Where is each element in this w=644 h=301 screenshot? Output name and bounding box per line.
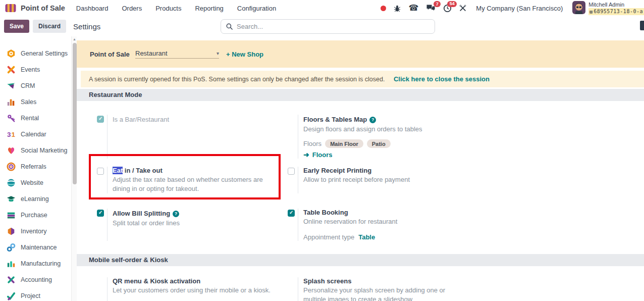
bill-splitting-checkbox[interactable] xyxy=(97,210,104,217)
gear-icon xyxy=(7,49,16,58)
appointment-type-link[interactable]: Table xyxy=(358,233,375,241)
sidebar-item-purchase[interactable]: Purchase xyxy=(0,207,77,223)
target-icon xyxy=(7,162,16,171)
calendar-icon: 31 xyxy=(7,130,16,139)
tools-icon[interactable] xyxy=(459,5,466,12)
sidebar-item-events[interactable]: Events xyxy=(0,62,77,78)
build-info: ▤68955713-18-0-a xyxy=(588,8,644,15)
table-booking-checkbox[interactable] xyxy=(288,210,295,217)
setting-qr-menu: QR menu & Kiosk activation Let your cust… xyxy=(97,277,288,301)
sidebar-item-inventory[interactable]: Inventory xyxy=(0,223,77,239)
setting-bill-splitting: Allow Bill Splitting? Split total or ord… xyxy=(97,209,288,241)
menu-products[interactable]: Products xyxy=(155,5,181,12)
shop-selector-banner: Point of Sale Restaurant ▾ + New Shop xyxy=(77,40,644,68)
splash-desc: Personalize your splash screen by adding… xyxy=(303,286,466,301)
svg-text:3: 3 xyxy=(7,131,11,138)
sidebar-item-maintenance[interactable]: Maintenance xyxy=(0,239,77,256)
scroll-up-icon[interactable]: ▲ xyxy=(72,37,77,41)
setting-early-receipt: Early Receipt Printing Allow to print re… xyxy=(288,167,478,193)
manufacturing-icon xyxy=(7,259,16,268)
sidebar-item-rental[interactable]: Rental xyxy=(0,110,77,126)
floor-tag-main-floor[interactable]: Main Floor xyxy=(325,139,363,148)
setting-is-bar-restaurant: Is a Bar/Restaurant xyxy=(97,115,288,159)
appointment-type-label: Appointment type xyxy=(303,233,354,241)
help-icon[interactable]: ? xyxy=(173,211,179,217)
voip-phone-icon[interactable]: ☎ xyxy=(408,4,418,12)
floors-map-title: Floors & Tables Map xyxy=(303,116,367,123)
floors-link[interactable]: ➜ Floors xyxy=(303,150,478,159)
close-session-link[interactable]: Click here to close the session xyxy=(394,75,490,83)
sidebar-item-project[interactable]: Project xyxy=(0,288,77,301)
heart-icon xyxy=(7,146,16,155)
graduation-cap-icon xyxy=(7,194,16,204)
early-receipt-checkbox[interactable] xyxy=(288,168,295,175)
recording-indicator-icon xyxy=(381,6,386,11)
main-menu: Dashboard Orders Products Reporting Conf… xyxy=(76,5,276,12)
check-icon xyxy=(7,291,16,300)
sidebar-item-sales[interactable]: Sales xyxy=(0,94,77,110)
sidebar-item-elearning[interactable]: eLearning xyxy=(0,191,77,207)
arrow-right-icon: ➜ xyxy=(303,150,309,159)
caret-down-icon: ▾ xyxy=(217,51,219,56)
shop-select-value: Restaurant xyxy=(135,49,168,57)
settings-content: Point of Sale Restaurant ▾ + New Shop A … xyxy=(77,36,644,301)
eat-in-desc: Adjust the tax rate based on whether cus… xyxy=(113,175,279,193)
crm-icon xyxy=(7,81,16,90)
setting-splash-screens: Splash screens Personalize your splash s… xyxy=(288,277,478,301)
floors-map-desc: Design floors and assign orders to table… xyxy=(303,125,478,134)
bill-splitting-desc: Split total or order lines xyxy=(113,219,288,228)
eat-in-checkbox[interactable] xyxy=(97,168,104,175)
sidebar-item-website[interactable]: Website xyxy=(0,175,77,191)
pos-app-icon[interactable] xyxy=(5,4,16,13)
events-icon xyxy=(7,65,16,74)
messages-icon[interactable]: 7 xyxy=(426,4,436,12)
floors-field-label: Floors xyxy=(303,140,321,147)
search-icon xyxy=(226,23,233,30)
search-bar[interactable] xyxy=(221,19,435,34)
setting-floors-tables-map: Floors & Tables Map? Design floors and a… xyxy=(288,115,478,159)
bill-splitting-title: Allow Bill Splitting xyxy=(113,210,170,217)
user-name: Mitchell Admin xyxy=(588,2,644,8)
shop-select[interactable]: Restaurant ▾ xyxy=(135,49,219,59)
early-receipt-desc: Allow to print receipt before payment xyxy=(303,175,478,184)
save-button[interactable]: Save xyxy=(4,20,29,33)
accounting-icon xyxy=(7,275,16,284)
help-icon[interactable]: ? xyxy=(369,117,376,123)
new-shop-button[interactable]: + New Shop xyxy=(226,51,263,58)
sidebar-item-accounting[interactable]: Accounting xyxy=(0,272,77,288)
table-booking-title: Table Booking xyxy=(303,209,478,216)
top-navbar: Point of Sale Dashboard Orders Products … xyxy=(0,0,644,16)
debug-bug-icon[interactable] xyxy=(394,5,401,12)
sidebar-item-social-marketing[interactable]: Social Marketing xyxy=(0,142,77,159)
floor-tag-patio[interactable]: Patio xyxy=(367,139,391,148)
scrollbar-thumb[interactable] xyxy=(73,43,77,184)
sidebar-item-crm[interactable]: CRM xyxy=(0,78,77,94)
setting-eat-in-take-out: Eat in / Take out Adjust the tax rate ba… xyxy=(97,167,288,193)
sidebar-item-manufacturing[interactable]: Manufacturing xyxy=(0,256,77,272)
selected-text: Eat xyxy=(113,167,123,174)
chain-links-icon xyxy=(7,243,16,252)
server-icon: ▤ xyxy=(589,9,593,14)
sidebar-item-calendar[interactable]: 31 Calendar xyxy=(0,126,77,142)
menu-orders[interactable]: Orders xyxy=(122,5,142,12)
sidebar-item-general-settings[interactable]: General Settings xyxy=(0,45,77,62)
activities-clock-icon[interactable]: 54 xyxy=(443,4,452,13)
early-receipt-title: Early Receipt Printing xyxy=(303,167,478,174)
menu-configuration[interactable]: Configuration xyxy=(237,5,276,12)
messages-count-badge: 7 xyxy=(434,1,441,7)
search-input[interactable] xyxy=(237,23,430,30)
discard-button[interactable]: Discard xyxy=(33,20,66,33)
is-bar-label: Is a Bar/Restaurant xyxy=(113,116,169,123)
bar-chart-icon xyxy=(7,97,16,107)
settings-sidebar: General Settings Events CRM Sales Rental… xyxy=(0,36,77,301)
table-booking-desc: Online reservation for restaurant xyxy=(303,217,478,226)
menu-reporting[interactable]: Reporting xyxy=(195,5,223,12)
sidebar-scrollbar[interactable]: ▲ xyxy=(71,36,77,301)
is-bar-checkbox xyxy=(97,116,104,123)
sidebar-item-referrals[interactable]: Referrals xyxy=(0,159,77,175)
user-menu[interactable]: Mitchell Admin ▤68955713-18-0-a xyxy=(572,1,644,15)
app-name[interactable]: Point of Sale xyxy=(21,4,65,12)
company-switcher[interactable]: My Company (San Francisco) xyxy=(476,5,563,12)
menu-dashboard[interactable]: Dashboard xyxy=(76,5,109,12)
hexagon-box-icon xyxy=(7,227,16,236)
